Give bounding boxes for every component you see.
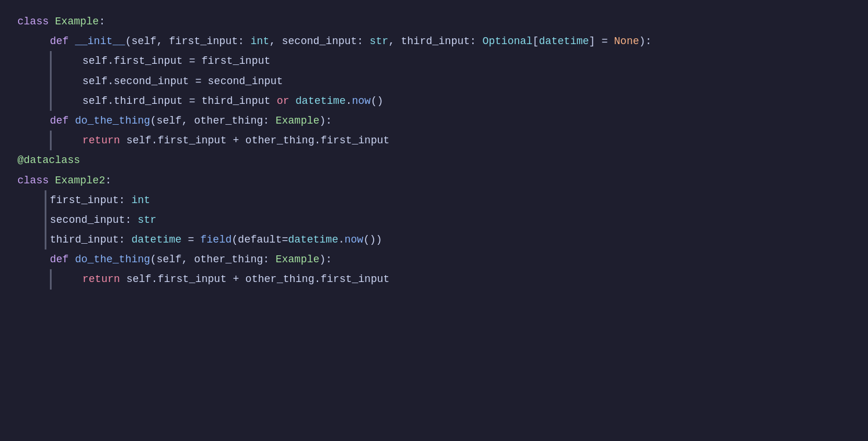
code-token: other_thing xyxy=(194,250,263,269)
code-line: third_input: datetime = field(default=da… xyxy=(17,230,851,250)
code-token: , xyxy=(182,111,194,131)
indent-bar xyxy=(50,71,52,91)
code-token: third_input xyxy=(50,230,119,250)
code-token: ( xyxy=(125,31,132,51)
code-token: ): xyxy=(320,111,332,131)
code-line: def __init__(self, first_input: int, sec… xyxy=(17,31,851,51)
code-token: return xyxy=(82,131,126,150)
code-token: : xyxy=(470,31,483,51)
code-token: int xyxy=(251,31,269,51)
indent-bar xyxy=(50,51,52,71)
code-line: @dataclass xyxy=(17,150,851,170)
code-token: now xyxy=(345,230,363,250)
code-token: . xyxy=(338,230,345,250)
code-token: Example xyxy=(55,12,99,31)
code-line: return self.first_input + other_thing.fi… xyxy=(17,131,851,150)
code-token: ] = xyxy=(589,31,614,51)
code-token: or xyxy=(277,91,295,111)
code-token: first_input xyxy=(169,31,238,51)
code-token: .first_input + other_thing.first_input xyxy=(151,269,389,289)
code-token: ( xyxy=(150,250,157,269)
code-token: . xyxy=(346,91,352,111)
code-token: : xyxy=(238,31,251,51)
code-token: do_the_thing xyxy=(75,111,150,131)
code-line: self.first_input = first_input xyxy=(17,51,851,71)
code-token: datetime xyxy=(295,91,345,111)
code-token: : xyxy=(119,230,132,250)
code-token: : xyxy=(119,190,132,210)
code-token: def xyxy=(50,111,75,131)
code-line: first_input: int xyxy=(17,190,851,210)
code-token: ( xyxy=(232,230,238,250)
code-token: .first_input + other_thing.first_input xyxy=(151,131,389,150)
code-token: .first_input = first_input xyxy=(107,51,270,71)
code-line: class Example2: xyxy=(17,171,851,190)
code-token: now xyxy=(352,91,371,111)
code-token: [ xyxy=(533,31,539,51)
indent-bar xyxy=(45,230,46,250)
code-token: Example2 xyxy=(55,171,105,190)
code-token: self xyxy=(82,51,107,71)
code-token: def xyxy=(50,250,75,269)
indent-bar xyxy=(50,91,52,111)
code-token: def xyxy=(50,31,75,51)
code-editor: class Example:def __init__(self, first_i… xyxy=(0,0,868,301)
code-token: None xyxy=(614,31,639,51)
code-token: str xyxy=(138,210,156,230)
indent-bar xyxy=(50,269,52,289)
code-token: : xyxy=(99,12,105,31)
code-token: __init__ xyxy=(75,31,125,51)
code-token: Example xyxy=(276,250,320,269)
indent-bar xyxy=(45,190,46,210)
code-line: self.second_input = second_input xyxy=(17,71,851,91)
code-token: self xyxy=(131,31,156,51)
code-token: class xyxy=(17,171,55,190)
code-token: Optional xyxy=(482,31,532,51)
code-token: ()) xyxy=(363,230,382,250)
code-token: self xyxy=(126,131,151,150)
code-token: ( xyxy=(150,111,157,131)
code-token: datetime xyxy=(539,31,589,51)
code-token: field xyxy=(200,230,232,250)
code-token: datetime xyxy=(288,230,338,250)
code-token: str xyxy=(370,31,388,51)
code-line: def do_the_thing(self, other_thing: Exam… xyxy=(17,111,851,131)
code-token: .second_input = second_input xyxy=(107,71,283,91)
code-line: def do_the_thing(self, other_thing: Exam… xyxy=(17,250,851,269)
code-token: self xyxy=(157,111,182,131)
code-token: ): xyxy=(320,250,332,269)
code-token: @dataclass xyxy=(17,150,80,170)
code-token: second_input xyxy=(282,31,357,51)
code-token: : xyxy=(357,31,370,51)
code-token: , xyxy=(182,250,194,269)
code-token: Example xyxy=(276,111,320,131)
code-token: do_the_thing xyxy=(75,250,150,269)
code-token: , xyxy=(157,31,169,51)
code-line: return self.first_input + other_thing.fi… xyxy=(17,269,851,289)
indent-bar xyxy=(50,131,52,150)
code-token: third_input xyxy=(401,31,470,51)
indent-bar xyxy=(45,210,46,230)
code-token: ): xyxy=(639,31,652,51)
code-token: : xyxy=(125,210,138,230)
code-token: () xyxy=(371,91,384,111)
code-token: : xyxy=(263,250,276,269)
code-token: default= xyxy=(238,230,288,250)
code-token: = xyxy=(182,230,200,250)
code-token: self xyxy=(82,91,107,111)
code-token: other_thing xyxy=(194,111,263,131)
code-token: self xyxy=(157,250,182,269)
code-token: : xyxy=(105,171,111,190)
code-token: int xyxy=(131,190,150,210)
code-token: class xyxy=(17,12,55,31)
code-line: class Example: xyxy=(17,12,851,31)
code-token: : xyxy=(263,111,276,131)
code-line: second_input: str xyxy=(17,210,851,230)
code-token: self xyxy=(82,71,107,91)
code-token: self xyxy=(126,269,151,289)
code-token: .third_input = third_input xyxy=(107,91,277,111)
code-token: datetime xyxy=(131,230,181,250)
code-token: , xyxy=(269,31,282,51)
code-token: , xyxy=(388,31,401,51)
code-token: return xyxy=(82,269,126,289)
